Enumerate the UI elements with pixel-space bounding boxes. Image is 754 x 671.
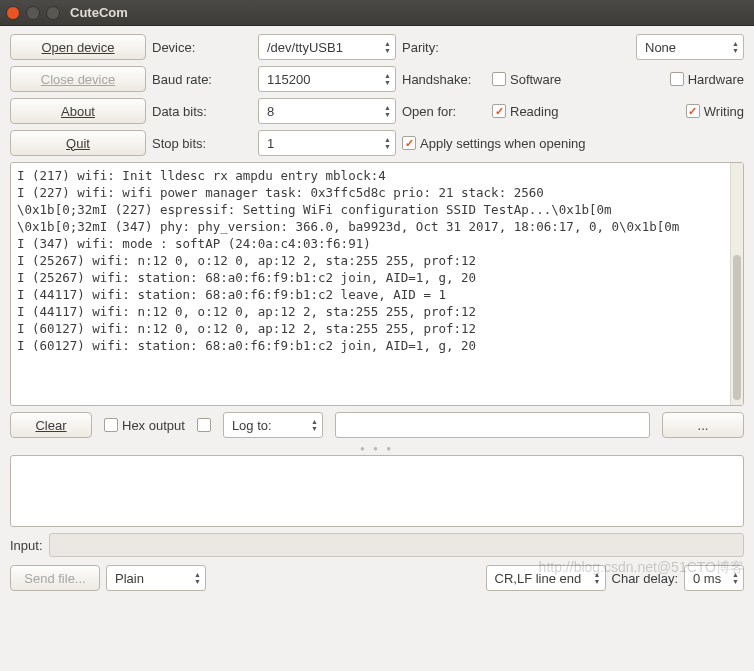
openfor-label: Open for: <box>402 104 486 119</box>
parity-select[interactable]: None ▲▼ <box>636 34 744 60</box>
reading-checkbox[interactable]: ✓Reading <box>492 104 558 119</box>
file-protocol-select[interactable]: Plain ▲▼ <box>106 565 206 591</box>
log-path-input[interactable] <box>335 412 650 438</box>
chevron-updown-icon: ▲▼ <box>190 571 201 585</box>
close-device-button[interactable]: Close device <box>10 66 146 92</box>
apply-settings-checkbox[interactable]: ✓Apply settings when opening <box>402 136 586 151</box>
minimize-icon[interactable] <box>26 6 40 20</box>
software-checkbox[interactable]: Software <box>492 72 561 87</box>
hardware-checkbox[interactable]: Hardware <box>670 72 744 87</box>
device-select[interactable]: /dev/ttyUSB1 ▲▼ <box>258 34 396 60</box>
line-end-select[interactable]: CR,LF line end ▲▼ <box>486 565 606 591</box>
chevron-updown-icon: ▲▼ <box>380 104 391 118</box>
input-field[interactable] <box>49 533 744 557</box>
parity-label: Parity: <box>402 40 486 55</box>
handshake-label: Handshake: <box>402 72 486 87</box>
titlebar: CuteCom <box>0 0 754 26</box>
send-history[interactable] <box>10 455 744 527</box>
hex-output-checkbox[interactable]: Hex output <box>104 418 185 433</box>
chevron-updown-icon: ▲▼ <box>728 40 739 54</box>
send-file-button[interactable]: Send file... <box>10 565 100 591</box>
databits-select[interactable]: 8 ▲▼ <box>258 98 396 124</box>
writing-checkbox[interactable]: ✓Writing <box>686 104 744 119</box>
chevron-updown-icon: ▲▼ <box>590 571 601 585</box>
stopbits-label: Stop bits: <box>152 136 252 151</box>
chevron-updown-icon: ▲▼ <box>380 136 391 150</box>
chevron-updown-icon: ▲▼ <box>380 40 391 54</box>
chevron-updown-icon: ▲▼ <box>380 72 391 86</box>
terminal-output[interactable]: I (217) wifi: Init lldesc rx ampdu entry… <box>10 162 744 406</box>
browse-button[interactable]: ... <box>662 412 744 438</box>
close-icon[interactable] <box>6 6 20 20</box>
device-label: Device: <box>152 40 252 55</box>
baud-label: Baud rate: <box>152 72 252 87</box>
quit-button[interactable]: Quit <box>10 130 146 156</box>
open-device-button[interactable]: Open device <box>10 34 146 60</box>
stopbits-select[interactable]: 1 ▲▼ <box>258 130 396 156</box>
scrollbar[interactable] <box>730 163 743 405</box>
splitter-handle[interactable]: ● ● ● <box>10 444 744 453</box>
maximize-icon[interactable] <box>46 6 60 20</box>
terminal-text: I (217) wifi: Init lldesc rx ampdu entry… <box>11 163 730 405</box>
input-label: Input: <box>10 538 43 553</box>
chevron-updown-icon: ▲▼ <box>728 571 739 585</box>
baud-select[interactable]: 115200 ▲▼ <box>258 66 396 92</box>
clear-button[interactable]: Clear <box>10 412 92 438</box>
log-to-checkbox[interactable] <box>197 418 211 432</box>
chardelay-label: Char delay: <box>612 571 678 586</box>
about-button[interactable]: About <box>10 98 146 124</box>
char-delay-spinner[interactable]: 0 ms ▲▼ <box>684 565 744 591</box>
chevron-updown-icon: ▲▼ <box>307 418 318 432</box>
window-title: CuteCom <box>70 5 128 20</box>
databits-label: Data bits: <box>152 104 252 119</box>
log-to-select[interactable]: Log to: ▲▼ <box>223 412 323 438</box>
